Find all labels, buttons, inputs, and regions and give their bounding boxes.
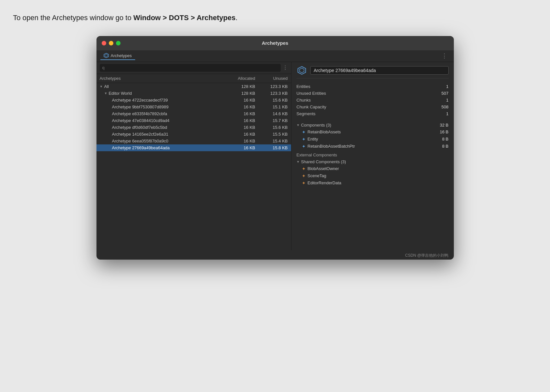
row-expand-icon: ▼ [100,85,103,88]
row-name: Archetype df0d60df7eb5c5bd [112,125,223,130]
stat-value: 507 [441,91,449,96]
row-allocated: 128 KB [223,91,255,96]
row-allocated: 16 KB [223,104,255,109]
stat-label: Chunk Capacity [297,104,326,109]
table-row[interactable]: ▼ Editor World 128 KB 123.3 KB [96,90,291,97]
row-name: Archetype 14165ee2cf2e6a31 [112,132,223,137]
minimize-button[interactable] [109,41,113,45]
shared-icon: ✦ [302,166,306,171]
table-body: ▼ All 128 KB 123.3 KB ▼ Editor World 128… [96,83,291,250]
table-row[interactable]: Archetype 14165ee2cf2e6a31 16 KB 15.5 KB [96,131,291,138]
shared-expand-icon: ▼ [297,160,300,164]
col-header-archetypes: Archetypes [100,76,223,81]
search-menu-icon[interactable]: ⋮ [283,65,288,71]
component-icon: ✦ [302,137,306,142]
component-value: 16 B [440,129,449,134]
intro-text-before: To open the Archetypes window go to [13,14,134,22]
components-label: Components (3) [301,123,331,128]
external-label: External Components [297,150,449,158]
tab-archetypes[interactable]: Archetypes [100,52,135,60]
shared-label: Shared Components (3) [301,159,346,164]
svg-marker-0 [104,53,109,58]
stat-row: Unused Entities 507 [297,90,449,97]
shared-name: BlobAssetOwner [308,166,339,171]
stat-label: Unused Entities [297,91,326,96]
row-unused: 15.8 KB [255,145,288,150]
close-button[interactable] [102,41,106,45]
row-name: ▼ Editor World [104,91,223,96]
shared-component-row: ✦ SceneTag [297,172,449,179]
titlebar: Archetypes [96,36,454,50]
component-row: ✦ Entity 8 B [297,136,449,143]
component-name: RetainBlobAssetBatchPtr [308,144,355,149]
table-row[interactable]: Archetype e8335f4b7892cbfa 16 KB 14.6 KB [96,110,291,117]
table-row[interactable]: Archetype 6eea055f87b0a9c0 16 KB 15.4 KB [96,138,291,144]
tab-bar: Archetypes ⋮ [96,50,454,62]
table-row[interactable]: ▼ All 128 KB 123.3 KB [96,83,291,90]
shared-component-row: ✦ EditorRenderData [297,179,449,187]
component-name: Entity [308,137,318,141]
tab-label: Archetypes [111,53,132,58]
search-input[interactable] [100,64,281,72]
component-value: 8 B [442,137,449,141]
row-allocated: 16 KB [223,145,255,150]
stat-value: 1 [446,84,448,89]
table-row[interactable]: Archetype 4722eccaedecf739 16 KB 15.6 KB [96,97,291,104]
row-allocated: 16 KB [223,111,255,116]
row-unused: 15.6 KB [255,98,288,103]
archetypes-window: Archetypes Archetypes ⋮ [96,36,454,260]
table-row[interactable]: Archetype df0d60df7eb5c5bd 16 KB 15.6 KB [96,124,291,131]
archetype-detail-name: Archetype 27669a49bea64ada [310,66,449,75]
table-row[interactable]: Archetype 47e0384410cd9ad4 16 KB 15.7 KB [96,117,291,124]
stats-table: Entities 1 Unused Entities 507 Chunks 1 … [297,83,449,117]
stat-value: 1 [446,111,448,116]
intro-paragraph: To open the Archetypes window go to Wind… [13,13,537,23]
row-name: Archetype 6eea055f87b0a9c0 [112,139,223,143]
row-name: ▼ All [100,84,223,89]
stat-label: Entities [297,84,311,89]
row-unused: 15.5 KB [255,132,288,137]
row-allocated: 16 KB [223,139,255,143]
shared-components-header[interactable]: ▼ Shared Components (3) [297,158,449,165]
shared-icon: ✦ [302,173,306,178]
row-unused: 15.7 KB [255,118,288,123]
stat-label: Chunks [297,98,311,103]
row-name: Archetype 47e0384410cd9ad4 [112,118,223,123]
stat-label: Segments [297,111,316,116]
shared-name: EditorRenderData [308,180,341,185]
row-unused: 14.6 KB [255,111,288,116]
row-allocated: 128 KB [223,84,255,89]
component-value: 8 B [442,144,449,149]
svg-marker-2 [298,67,306,74]
intro-text-bold: Window > DOTS > Archetypes [134,14,236,22]
stat-row: Chunks 1 [297,97,449,104]
traffic-lights [102,41,121,45]
maximize-button[interactable] [116,41,121,45]
component-row: ✦ RetainBlobAssets 16 B [297,129,449,136]
stat-row: Entities 1 [297,83,449,90]
component-name: RetainBlobAssets [308,129,341,134]
components-expand-icon: ▼ [297,123,300,127]
col-header-allocated: Allocated [223,76,255,81]
shared-name: SceneTag [308,173,326,178]
col-header-unused: Unused [255,76,288,81]
row-unused: 123.3 KB [255,91,288,96]
row-name: Archetype 27669a49bea64ada [112,145,223,150]
stat-row: Segments 1 [297,110,449,117]
row-allocated: 16 KB [223,118,255,123]
components-section-header[interactable]: ▼ Components (3) 32 B [297,122,449,129]
row-name: Archetype 4722eccaedecf739 [112,98,223,103]
components-total-value: 32 B [440,123,449,128]
detail-header: Archetype 27669a49bea64ada [297,65,449,79]
table-header: Archetypes Allocated Unused [96,74,291,83]
shared-icon: ✦ [302,180,306,186]
table-row[interactable]: Archetype 27669a49bea64ada 16 KB 15.8 KB [96,144,291,151]
watermark: CSDN @弹吉他的小刘鸭 [96,250,454,260]
row-allocated: 16 KB [223,132,255,137]
archetype-detail-icon [297,65,307,76]
tab-menu-button[interactable]: ⋮ [439,52,450,59]
table-row[interactable]: Archetype 9bbf7530807d8989 16 KB 15.1 KB [96,104,291,110]
stat-value: 1 [446,98,448,103]
row-allocated: 16 KB [223,125,255,130]
left-panel: ⋮ Archetypes Allocated Unused ▼ All 128 … [96,62,291,250]
